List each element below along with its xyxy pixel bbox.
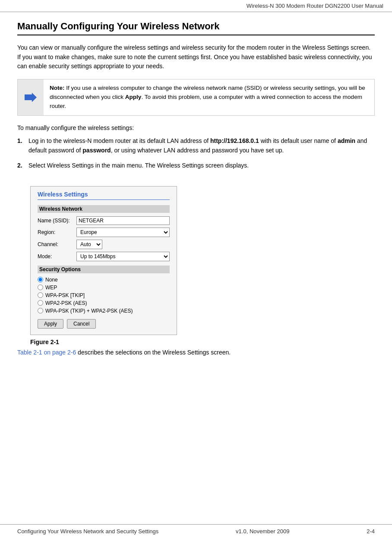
ws-network-section-label: Wireless Network bbox=[38, 205, 170, 213]
figure-label: Figure 2-1 bbox=[30, 339, 375, 345]
ws-security-section: Security Options None WEP WPA-PSK [TKIP] bbox=[38, 266, 170, 314]
ws-field-region: Region: Europe bbox=[38, 228, 170, 237]
ws-input-ssid[interactable] bbox=[76, 216, 170, 225]
ws-radio-wpa2psk-aes-input[interactable] bbox=[38, 300, 43, 306]
footer-left: Configuring Your Wireless Network and Se… bbox=[17, 528, 158, 535]
ws-label-channel: Channel: bbox=[38, 241, 76, 247]
ws-security-section-label: Security Options bbox=[38, 266, 170, 273]
table-ref-link[interactable]: Table 2-1 on page 2-6 bbox=[17, 349, 76, 356]
screenshot-container: Wireless Settings Wireless Network Name … bbox=[30, 186, 177, 335]
steps-list: 1. Log in to the wireless-N modem router… bbox=[17, 136, 375, 171]
ws-radio-wep: WEP bbox=[38, 285, 170, 291]
step-2-number: 2. bbox=[17, 161, 28, 171]
table-ref-text-after: describes the selections on the Wireless… bbox=[76, 349, 231, 356]
ws-radio-wep-input[interactable] bbox=[38, 285, 43, 290]
note-icon-cell bbox=[18, 79, 44, 115]
ws-radio-wpa2psk-aes-label: WPA2-PSK (AES) bbox=[45, 300, 87, 306]
intro-paragraph: You can view or manually configure the w… bbox=[17, 43, 375, 71]
manual-config-intro: To manually configure the wireless setti… bbox=[17, 124, 375, 131]
ws-radio-none-label: None bbox=[45, 277, 58, 283]
ws-select-channel[interactable]: Auto bbox=[76, 240, 102, 249]
ws-label-ssid: Name (SSID): bbox=[38, 218, 76, 224]
page-title: Manually Configuring Your Wireless Netwo… bbox=[17, 21, 375, 35]
table-ref-para: Table 2-1 on page 2-6 describes the sele… bbox=[17, 349, 375, 356]
top-header: Wireless-N 300 Modem Router DGN2200 User… bbox=[0, 0, 392, 12]
ws-field-ssid: Name (SSID): bbox=[38, 216, 170, 225]
ws-label-mode: Mode: bbox=[38, 253, 76, 260]
ws-radio-wpa2psk-aes: WPA2-PSK (AES) bbox=[38, 300, 170, 306]
content-area: Manually Configuring Your Wireless Netwo… bbox=[0, 12, 392, 524]
ws-field-channel: Channel: Auto bbox=[38, 240, 170, 249]
cancel-button[interactable]: Cancel bbox=[67, 319, 96, 329]
step-1-text-middle1: with its default user name of bbox=[259, 137, 338, 144]
note-apply-word: Apply bbox=[125, 94, 142, 100]
step-1-number: 1. bbox=[17, 136, 28, 155]
page-footer: Configuring Your Wireless Network and Se… bbox=[0, 524, 392, 538]
step-1-bold3: password bbox=[82, 147, 111, 154]
ws-radio-both-label: WPA-PSK (TKIP) + WPA2-PSK (AES) bbox=[45, 308, 133, 314]
wireless-settings-box: Wireless Settings Wireless Network Name … bbox=[30, 186, 177, 335]
footer-center: v1.0, November 2009 bbox=[236, 528, 289, 535]
step-1: 1. Log in to the wireless-N modem router… bbox=[17, 136, 375, 155]
step-1-content: Log in to the wireless-N modem router at… bbox=[28, 136, 375, 155]
ws-field-mode: Mode: Up to 145Mbps bbox=[38, 252, 170, 261]
ws-select-region[interactable]: Europe bbox=[76, 228, 170, 237]
ws-title: Wireless Settings bbox=[38, 191, 170, 200]
ws-radio-wpapsk-tkip-label: WPA-PSK [TKIP] bbox=[45, 292, 85, 298]
ws-radio-wpapsk-tkip-input[interactable] bbox=[38, 292, 43, 298]
arrow-icon bbox=[25, 92, 37, 102]
step-1-bold1: http://192.168.0.1 bbox=[210, 137, 259, 144]
step-1-text-before: Log in to the wireless-N modem router at… bbox=[28, 137, 210, 144]
note-label: Note: bbox=[50, 85, 65, 91]
step-1-bold2: admin bbox=[338, 137, 355, 144]
step-2-content: Select Wireless Settings in the main men… bbox=[28, 161, 375, 171]
page-wrapper: Wireless-N 300 Modem Router DGN2200 User… bbox=[0, 0, 392, 538]
step-2: 2. Select Wireless Settings in the main … bbox=[17, 161, 375, 171]
footer-right: 2-4 bbox=[367, 528, 375, 535]
ws-buttons: Apply Cancel bbox=[38, 319, 170, 329]
ws-radio-both: WPA-PSK (TKIP) + WPA2-PSK (AES) bbox=[38, 308, 170, 314]
note-text-cell: Note: If you use a wireless computer to … bbox=[44, 79, 374, 115]
table-ref-text-before: Table 2-1 on page 2-6 bbox=[17, 349, 76, 356]
header-title: Wireless-N 300 Modem Router DGN2200 User… bbox=[247, 3, 383, 9]
ws-select-mode[interactable]: Up to 145Mbps bbox=[76, 252, 170, 261]
ws-radio-none: None bbox=[38, 277, 170, 283]
ws-radio-none-input[interactable] bbox=[38, 277, 43, 282]
ws-label-region: Region: bbox=[38, 229, 76, 235]
note-box: Note: If you use a wireless computer to … bbox=[17, 79, 375, 116]
ws-radio-wep-label: WEP bbox=[45, 285, 57, 291]
step-1-text-after: , or using whatever LAN address and pass… bbox=[111, 147, 284, 154]
apply-button[interactable]: Apply bbox=[38, 319, 63, 329]
ws-radio-both-input[interactable] bbox=[38, 308, 43, 313]
ws-radio-wpapsk-tkip: WPA-PSK [TKIP] bbox=[38, 292, 170, 298]
